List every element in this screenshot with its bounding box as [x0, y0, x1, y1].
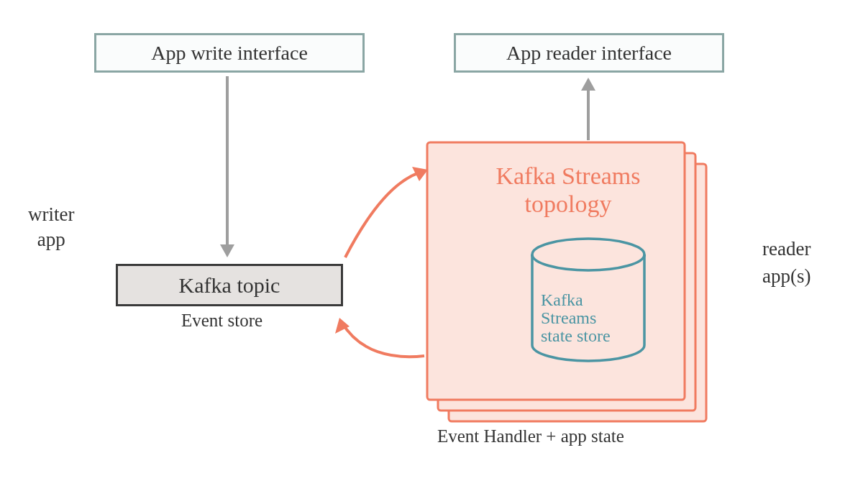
- svg-point-0: [532, 239, 644, 270]
- write-interface-box: App write interface: [94, 33, 365, 73]
- reader-apps-label: readerapp(s): [762, 236, 811, 290]
- arrow-streams-to-reader: [581, 78, 595, 140]
- reader-interface-box: App reader interface: [454, 33, 724, 73]
- event-store-label: Event store: [181, 311, 262, 331]
- kafka-streams-title: Kafka Streamstopology: [460, 162, 676, 218]
- arrow-streams-to-topic: [335, 318, 424, 357]
- kafka-topic-box: Kafka topic: [116, 264, 343, 306]
- state-store-label: KafkaStreamsstate store: [541, 291, 611, 346]
- arrow-topic-to-streams: [345, 167, 428, 257]
- writer-app-label: writerapp: [28, 202, 74, 252]
- event-handler-label: Event Handler + app state: [437, 426, 624, 446]
- arrow-write-to-topic: [220, 76, 234, 257]
